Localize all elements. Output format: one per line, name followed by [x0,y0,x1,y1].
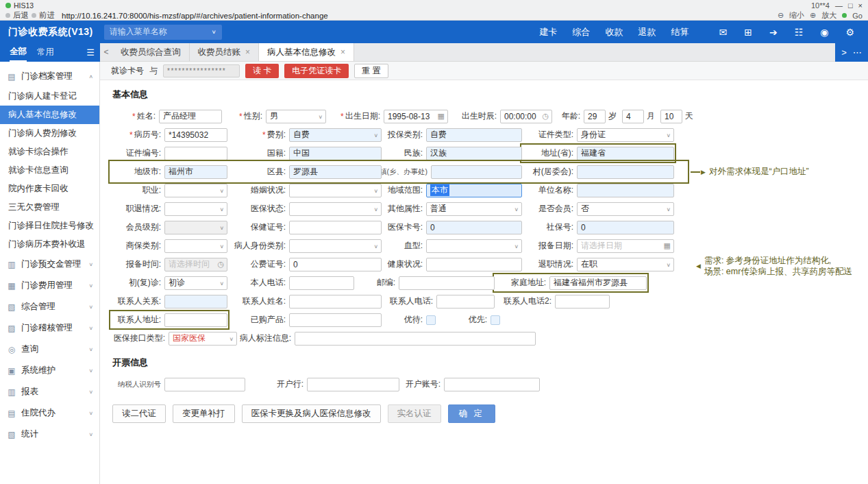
footer-button-1[interactable]: 读二代证 [112,404,166,423]
header-action-4[interactable]: 退款 [638,26,656,38]
contact-address-input[interactable] [164,313,227,327]
medins-status-select[interactable]: ∨ [289,202,382,216]
town-input[interactable] [431,165,522,179]
sidebar-section-6[interactable]: ◎查询∨ [0,339,99,360]
header-action-3[interactable]: 收款 [605,26,623,38]
view-icon[interactable]: ◉ [820,27,828,38]
zoom-out-button[interactable]: 缩小 [789,10,804,21]
contact-phone2-input[interactable] [555,295,610,308]
sidebar-section-7[interactable]: ▣系统维护∨ [0,360,99,381]
patient-name-input[interactable]: 产品经理 [159,110,222,123]
forward-icon[interactable] [32,13,36,18]
close-icon[interactable]: × [858,1,863,10]
region-scope-input[interactable]: 本市 [426,184,522,197]
sidebar-item-1-4[interactable]: 就诊卡综合操作 [0,143,99,161]
tab-more-icon[interactable]: ⋯ [853,47,862,58]
menu-icon[interactable]: ☰ [86,47,95,58]
commercial-ins-type-select[interactable]: ∨ [164,239,227,253]
purchased-products-input[interactable] [289,313,382,327]
sidebar-item-1-7[interactable]: 三无欠费管理 [0,198,99,217]
ethnicity-input[interactable]: 汉族 [426,147,522,160]
voucher-icon[interactable]: ✉ [719,27,727,38]
back-button[interactable]: 后退 [13,10,29,21]
member-level-select[interactable]: ∨ [164,221,227,234]
age-input[interactable]: 29 [584,110,606,123]
patient-note-input[interactable] [295,332,536,346]
sidebar-item-1-2[interactable]: 病人基本信息修改 [0,106,99,124]
employment-status-select[interactable]: ∨ [164,202,227,216]
contact-relation-input[interactable] [164,295,227,308]
menu-search-input[interactable]: 请输入菜单名称 ∨ [104,25,222,40]
menu-filter-2[interactable]: 常用 [37,43,54,62]
priority-checkbox[interactable] [491,315,500,325]
tab-2[interactable]: 收费员结账× [190,43,260,61]
home-address-input[interactable]: 福建省福州市罗源县 [549,276,647,290]
medical-record-no-input[interactable]: *14395032 [164,128,227,142]
sidebar-item-1-6[interactable]: 院内作废卡回收 [0,180,99,198]
sidebar-section-8[interactable]: ▥报表∨ [0,381,99,402]
age-input[interactable]: 10 [660,110,682,123]
sidebar-section-5[interactable]: ▨门诊稽核管理∨ [0,317,99,339]
sidebar-section-1[interactable]: ▤门诊档案管理∧ [0,66,99,87]
contact-name-input[interactable] [289,295,382,308]
birth-date-input[interactable]: 1995-08-13▦ [384,110,448,123]
personal-phone-input[interactable] [289,276,354,290]
send-icon[interactable]: ➔ [769,27,778,38]
bank-account-input[interactable] [444,378,540,391]
zoom-out-icon[interactable]: ⊖ [778,11,784,20]
age-input[interactable]: 4 [622,110,644,123]
tab-3[interactable]: 病人基本信息修改× [259,43,354,61]
postal-code-input[interactable] [399,276,495,290]
sidebar-item-1-9[interactable]: 门诊病历本费补收退 [0,235,99,254]
printer-icon[interactable]: ☷ [795,27,804,38]
is-member-select[interactable]: 否∨ [577,202,674,216]
read-card-button[interactable]: 读 卡 [245,64,279,78]
sidebar-item-1-5[interactable]: 就诊卡信息查询 [0,161,99,180]
close-icon[interactable]: × [245,47,250,57]
medins-interface-type-select[interactable]: 国家医保∨ [169,332,237,346]
reset-button[interactable]: 重 置 [354,64,388,78]
insured-category-input[interactable]: 自费 [426,128,522,142]
zoom-in-icon[interactable]: ⊕ [810,11,816,20]
city-input[interactable]: 福州市 [164,165,227,179]
id-number-input[interactable] [164,147,227,160]
county-input[interactable]: 罗源县 [289,165,382,179]
input-mode-icon[interactable]: 与 [149,65,158,77]
sidebar-section-4[interactable]: ▧综合管理∨ [0,296,99,317]
sidebar-item-1-1[interactable]: 门诊病人建卡登记 [0,87,99,106]
employer-input[interactable] [577,184,674,197]
village-input[interactable] [577,165,674,179]
header-action-1[interactable]: 建卡 [539,26,557,38]
public-fee-no-input[interactable]: 0 [289,258,382,271]
tab-1[interactable]: 收费员综合查询 [112,43,190,61]
preferential-checkbox[interactable] [426,315,436,325]
forward-button[interactable]: 前进 [39,10,55,21]
sidebar-section-2[interactable]: ▥门诊预交金管理∨ [0,254,99,275]
fee-type-select[interactable]: 自费∨ [289,128,382,142]
other-attribute-select[interactable]: 普通∨ [426,202,522,216]
url-bar[interactable]: http://10.16.241.70:8000/his-mzsf/app/#/… [62,12,328,20]
visit-type-select[interactable]: 初诊∨ [164,276,227,290]
retire-status-select[interactable]: 在职∨ [577,258,674,271]
social-security-no-input[interactable]: 0 [577,221,674,234]
address-province-input[interactable]: 福建省 [577,147,674,160]
healthcare-cert-no-input[interactable] [289,221,382,234]
report-time-input[interactable]: 请选择时间◷ [164,258,227,271]
tab-scroll-left[interactable]: < [100,43,112,61]
contact-phone-input[interactable] [436,295,495,308]
footer-button-3[interactable]: 医保卡更换及病人医保信息修改 [242,404,381,423]
cashier-icon[interactable]: ⊞ [744,27,752,38]
menu-filter-1[interactable]: 全部 [10,43,27,62]
go-button[interactable]: Go [852,12,863,20]
sidebar-section-3[interactable]: ▦门诊费用管理∨ [0,275,99,296]
maximize-icon[interactable]: □ [848,1,853,10]
birth-time-input[interactable]: 00:00:00◷ [500,110,552,123]
settings-icon[interactable]: ⚙ [845,27,854,38]
patient-identity-select[interactable]: ∨ [289,239,382,253]
id-type-select[interactable]: 身份证∨ [577,128,674,142]
footer-button-4[interactable]: 实名认证 [388,404,441,423]
sidebar-section-10[interactable]: ▧统计∨ [0,424,99,445]
tab-scroll-right[interactable]: > [841,47,847,58]
back-icon[interactable] [5,13,10,18]
sidebar-section-9[interactable]: ▤住院代办∨ [0,402,99,424]
